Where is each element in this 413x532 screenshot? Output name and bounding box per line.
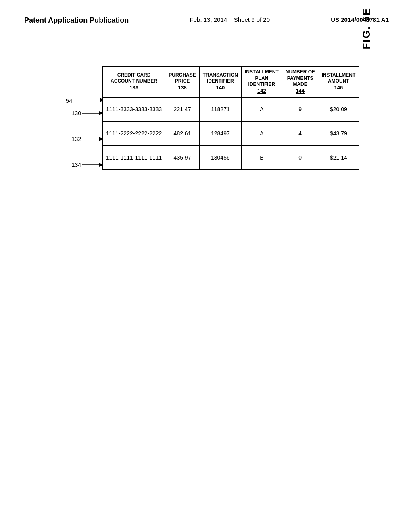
- col-header-cc: CREDIT CARDACCOUNT NUMBER136: [102, 66, 165, 97]
- cell-row1-ti: 128497: [199, 121, 241, 145]
- main-content: 54 130 132: [0, 33, 413, 170]
- patent-data-table: CREDIT CARDACCOUNT NUMBER136 PURCHASEPRI…: [102, 66, 359, 170]
- col-header-pp: PURCHASEPRICE138: [165, 66, 199, 97]
- svg-marker-7: [99, 163, 103, 167]
- cell-row1-ia: $43.79: [318, 121, 359, 145]
- cell-row0-ip: A: [242, 97, 282, 121]
- publication-title: Patent Application Publication: [24, 16, 129, 25]
- cell-row2-ia: $21.14: [318, 145, 359, 170]
- publication-date: Feb. 13, 2014: [190, 16, 227, 23]
- arrow-130: [82, 109, 104, 117]
- table-row: 1111-2222-2222-2222 482.61 128497 A 4 $4…: [102, 121, 359, 145]
- cell-row0-cc: 1111-3333-3333-3333: [102, 97, 165, 121]
- cell-row1-cc: 1111-2222-2222-2222: [102, 121, 165, 145]
- cell-row0-np: 9: [282, 97, 318, 121]
- sheet-info: Sheet 9 of 20: [234, 16, 270, 23]
- cell-row1-pp: 482.61: [165, 121, 199, 145]
- row-label-130: 130: [72, 109, 104, 117]
- svg-marker-5: [99, 137, 103, 141]
- row-label-132: 132: [72, 135, 104, 143]
- publication-date-sheet: Feb. 13, 2014 Sheet 9 of 20: [190, 16, 270, 23]
- cell-row0-pp: 221.47: [165, 97, 199, 121]
- diagram-label-54: 54: [66, 94, 106, 107]
- arrow-54-svg: [74, 94, 106, 106]
- col-header-np: NUMBER OFPAYMENTSMADE144: [282, 66, 318, 97]
- cell-row2-np: 0: [282, 145, 318, 170]
- figure-label: FIG. 5E: [360, 8, 373, 50]
- cell-row1-ip: A: [242, 121, 282, 145]
- cell-row2-pp: 435.97: [165, 145, 199, 170]
- arrow-132: [82, 135, 104, 143]
- cell-row2-ip: B: [242, 145, 282, 170]
- cell-row2-ti: 130456: [199, 145, 241, 170]
- col-header-ia: INSTALLMENTAMOUNT146: [318, 66, 359, 97]
- svg-marker-3: [99, 111, 103, 115]
- table-header-row: CREDIT CARDACCOUNT NUMBER136 PURCHASEPRI…: [102, 66, 359, 97]
- cell-row2-cc: 1111-1111-1111-1111: [102, 145, 165, 170]
- cell-row0-ia: $20.09: [318, 97, 359, 121]
- fig-label-text: FIG. 5E: [360, 8, 373, 50]
- arrow-134: [82, 161, 104, 169]
- col-header-ip: INSTALLMENTPLANIDENTIFIER142: [242, 66, 282, 97]
- cell-row1-np: 4: [282, 121, 318, 145]
- table-row: 1111-3333-3333-3333 221.47 118271 A 9 $2…: [102, 97, 359, 121]
- page-header: Patent Application Publication Feb. 13, …: [0, 0, 413, 33]
- row-label-134: 134: [72, 161, 104, 169]
- cell-row0-ti: 118271: [199, 97, 241, 121]
- col-header-ti: TRANSACTIONIDENTIFIER140: [199, 66, 241, 97]
- table-row: 1111-1111-1111-1111 435.97 130456 B 0 $2…: [102, 145, 359, 170]
- data-table-wrapper: 130 132 134: [102, 66, 359, 170]
